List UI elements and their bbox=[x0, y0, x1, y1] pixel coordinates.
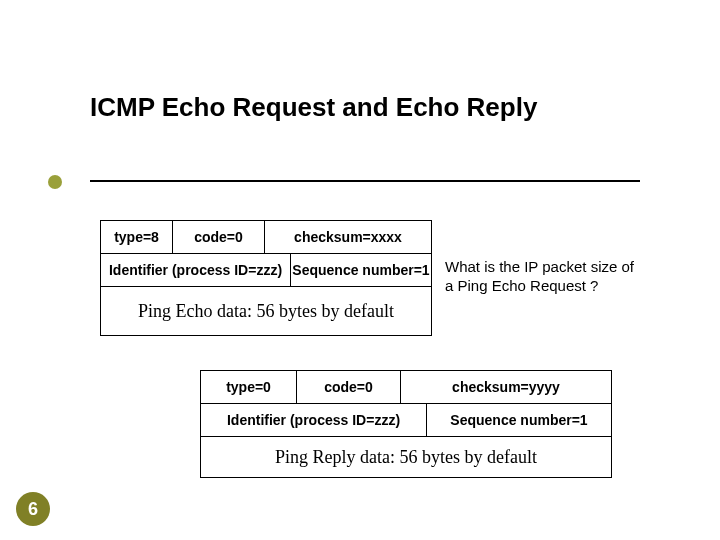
packet2-row1: type=0 code=0 checksum=yyyy bbox=[201, 371, 611, 403]
annotation-text: What is the IP packet size of a Ping Ech… bbox=[445, 258, 640, 296]
packet2-checksum-cell: checksum=yyyy bbox=[401, 371, 611, 403]
echo-reply-packet: type=0 code=0 checksum=yyyy Identifier (… bbox=[200, 370, 612, 478]
packet2-sequence-cell: Sequence number=1 bbox=[427, 404, 611, 436]
packet1-checksum-cell: checksum=xxxx bbox=[265, 221, 431, 253]
packet2-code-cell: code=0 bbox=[297, 371, 401, 403]
packet1-type-cell: type=8 bbox=[101, 221, 173, 253]
bullet-icon bbox=[48, 175, 62, 189]
packet1-sequence-cell: Sequence number=1 bbox=[291, 254, 431, 286]
slide-title: ICMP Echo Request and Echo Reply bbox=[90, 92, 537, 123]
echo-request-packet: type=8 code=0 checksum=xxxx Identifier (… bbox=[100, 220, 432, 336]
slide: ICMP Echo Request and Echo Reply type=8 … bbox=[0, 0, 720, 540]
packet2-row2: Identifier (process ID=zzz) Sequence num… bbox=[201, 403, 611, 436]
packet2-identifier-cell: Identifier (process ID=zzz) bbox=[201, 404, 427, 436]
page-number-badge: 6 bbox=[16, 492, 50, 526]
packet1-identifier-cell: Identifier (process ID=zzz) bbox=[101, 254, 291, 286]
packet1-row2: Identifier (process ID=zzz) Sequence num… bbox=[101, 253, 431, 286]
title-underline bbox=[90, 180, 640, 182]
packet2-data-cell: Ping Reply data: 56 bytes by default bbox=[201, 436, 611, 477]
packet2-type-cell: type=0 bbox=[201, 371, 297, 403]
packet1-data-cell: Ping Echo data: 56 bytes by default bbox=[101, 286, 431, 335]
packet1-row1: type=8 code=0 checksum=xxxx bbox=[101, 221, 431, 253]
packet1-code-cell: code=0 bbox=[173, 221, 265, 253]
